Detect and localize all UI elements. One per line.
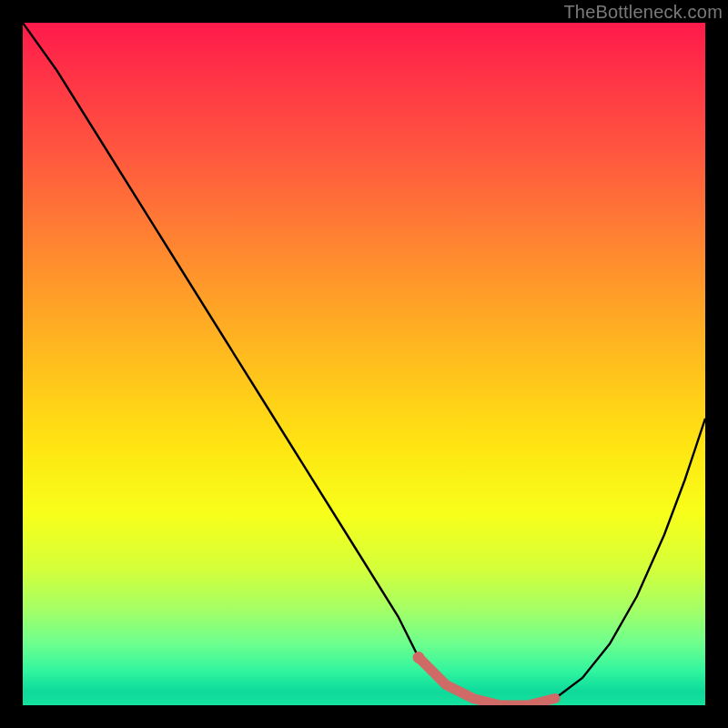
bottleneck-curve bbox=[23, 23, 705, 705]
chart-frame: TheBottleneck.com bbox=[0, 0, 728, 728]
plot-area bbox=[23, 23, 705, 705]
watermark-text: TheBottleneck.com bbox=[563, 2, 723, 23]
highlight-dot-icon bbox=[413, 652, 425, 663]
curve-layer bbox=[23, 23, 705, 705]
highlight-segment bbox=[419, 658, 555, 706]
